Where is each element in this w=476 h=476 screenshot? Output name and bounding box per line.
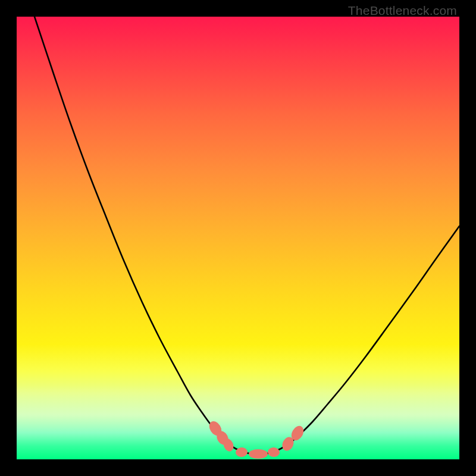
attribution-watermark: TheBottleneck.com <box>348 4 457 18</box>
gradient-plot-area <box>17 17 459 459</box>
